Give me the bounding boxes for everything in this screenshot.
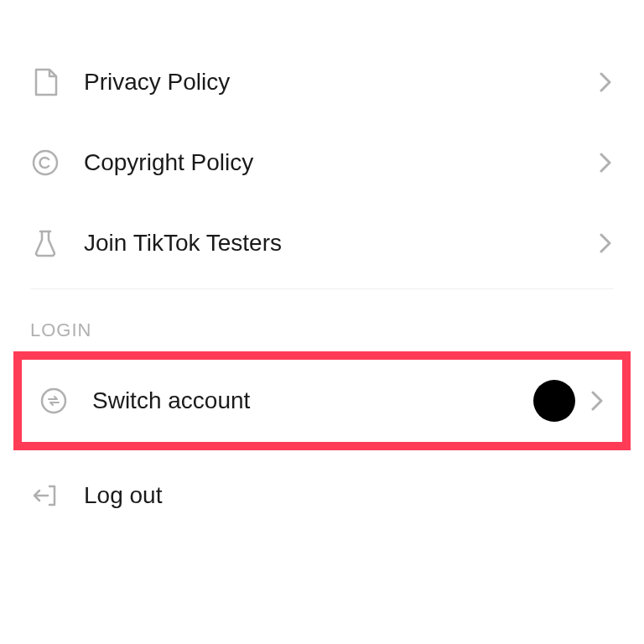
login-section-header: LOGIN	[0, 294, 644, 346]
svg-point-0	[34, 151, 57, 174]
switch-account-label: Switch account	[92, 387, 533, 414]
copyright-icon	[30, 148, 60, 178]
avatar	[533, 380, 575, 422]
flask-icon	[30, 228, 60, 258]
section-divider	[30, 288, 614, 289]
log-out-row[interactable]: Log out	[0, 455, 644, 536]
copyright-policy-row[interactable]: Copyright Policy	[0, 122, 644, 203]
privacy-policy-label: Privacy Policy	[84, 69, 597, 96]
chevron-right-icon	[597, 154, 614, 171]
log-out-label: Log out	[84, 482, 614, 509]
copyright-policy-label: Copyright Policy	[84, 149, 597, 176]
switch-account-row[interactable]: Switch account	[22, 360, 622, 442]
chevron-right-icon	[589, 392, 605, 409]
join-testers-row[interactable]: Join TikTok Testers	[0, 203, 644, 283]
chevron-right-icon	[597, 74, 614, 91]
svg-point-1	[42, 389, 65, 413]
highlight-annotation: Switch account	[13, 351, 631, 450]
chevron-right-icon	[597, 235, 614, 252]
logout-icon	[30, 480, 60, 511]
join-testers-label: Join TikTok Testers	[84, 230, 597, 257]
privacy-policy-row[interactable]: Privacy Policy	[0, 42, 644, 122]
switch-icon	[39, 386, 69, 416]
document-icon	[30, 67, 60, 97]
